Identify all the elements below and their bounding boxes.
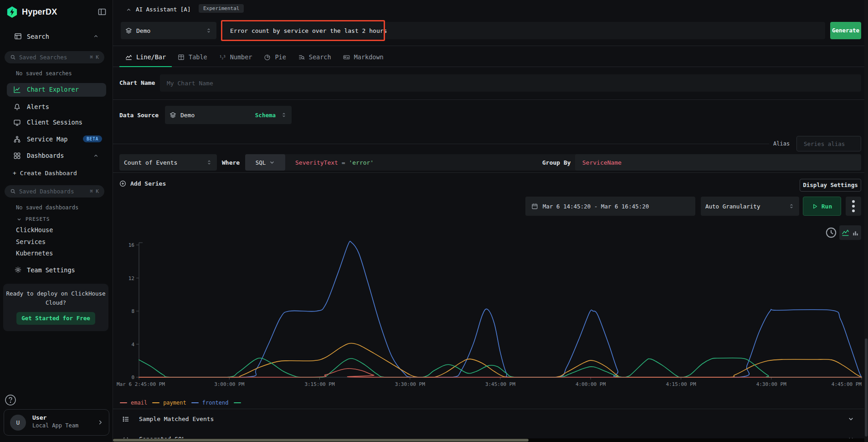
tab-line-bar[interactable]: Line/Bar (119, 47, 172, 67)
user-menu[interactable]: U User Local App Team (4, 409, 109, 436)
svg-text:16: 16 (128, 242, 134, 248)
help-icon[interactable] (5, 394, 16, 406)
vertical-scrollbar[interactable] (864, 0, 868, 442)
ai-assistant-title: AI Assistant [A] (136, 6, 190, 13)
shortcut-hint: ⌘ K (90, 54, 99, 60)
no-saved-searches-note: No saved searches (16, 70, 72, 77)
clickhouse-cloud-promo: Ready to deploy on ClickHouseCloud? Get … (3, 284, 108, 331)
alias-input[interactable]: Series alias (796, 136, 861, 151)
bar-chart-icon[interactable] (852, 229, 859, 236)
sidebar-item-client-sessions[interactable]: Client Sessions (7, 116, 106, 130)
vertical-scrollbar-thumb[interactable] (865, 338, 868, 437)
display-settings-button[interactable]: Display Settings (800, 179, 861, 192)
horizontal-scrollbar-thumb[interactable] (113, 439, 529, 442)
calendar-icon (531, 203, 538, 210)
sidebar: HyperDX Search Saved Searches (0, 0, 113, 442)
sidebar-item-team-settings[interactable]: Team Settings (0, 265, 113, 276)
hyperdx-logo-icon (6, 6, 18, 18)
hyperdx-app: HyperDX Search Saved Searches (0, 0, 868, 442)
add-series-button[interactable]: Add Series (119, 178, 166, 189)
chevron-up-icon (93, 33, 99, 39)
run-button[interactable]: Run (803, 197, 841, 216)
chart-legend: emailpaymentfrontend (120, 400, 245, 406)
tab-label: Markdown (354, 53, 384, 61)
aggregation-select[interactable]: Count of Events (119, 154, 217, 171)
preset-link-services[interactable]: Services (16, 238, 46, 245)
shortcut-hint: ⌘ K (90, 188, 99, 194)
chart-type-tabs: Line/BarTable123NumberPieSearchMarkdown (113, 47, 868, 67)
more-options-icon[interactable] (846, 197, 861, 216)
saved-searches-input[interactable]: Saved Searches ⌘ K (5, 51, 104, 63)
legend-swatch (191, 402, 199, 404)
saved-dashboards-input[interactable]: Saved Dashboards ⌘ K (5, 185, 104, 198)
collapse-ai-assistant-icon[interactable] (126, 7, 132, 13)
layers-icon (169, 112, 176, 119)
data-source-select[interactable]: Demo Schema (165, 106, 292, 124)
row-sample-matched-events[interactable]: Sample Matched Events (113, 411, 868, 427)
horizontal-scrollbar[interactable] (113, 438, 868, 442)
saved-searches-placeholder: Saved Searches (19, 54, 87, 61)
svg-text:3:00:00 PM: 3:00:00 PM (214, 381, 245, 387)
sidebar-item-alerts[interactable]: Alerts (7, 100, 106, 114)
brand-name: HyperDX (22, 7, 57, 17)
tab-label: Number (230, 53, 252, 61)
legend-item[interactable] (234, 402, 245, 404)
query-language-value: SQL (256, 159, 266, 166)
ai-source-select[interactable]: Demo (121, 22, 216, 39)
service-map-icon (13, 135, 21, 143)
pie-icon (264, 54, 271, 61)
sidebar-item-label: Dashboards (27, 152, 64, 159)
saved-dashboards-placeholder: Saved Dashboards (19, 188, 87, 195)
bell-icon (13, 103, 21, 111)
tab-search[interactable]: Search (292, 47, 337, 67)
time-range-picker[interactable]: Mar 6 14:45:20 - Mar 6 16:45:20 (525, 197, 695, 216)
line-chart-icon[interactable] (842, 229, 849, 237)
legend-item-email[interactable]: email (120, 400, 147, 406)
tab-markdown[interactable]: Markdown (337, 47, 390, 67)
legend-item-frontend[interactable]: frontend (191, 400, 229, 406)
timeseries-chart[interactable]: 0481216Mar 6 2:45:00 PM3:00:00 PM3:15:00… (113, 237, 868, 397)
sidebar-item-service-map[interactable]: Service MapBETA (7, 133, 106, 146)
schema-link[interactable]: Schema (255, 112, 276, 119)
presets-header[interactable]: PRESETS (16, 216, 50, 222)
play-icon (812, 203, 818, 209)
svg-text:4:30:00 PM: 4:30:00 PM (756, 381, 787, 387)
sidebar-section-search[interactable]: Search (0, 31, 113, 43)
query-language-select[interactable]: SQL (245, 154, 285, 171)
sidebar-item-chart-explorer[interactable]: Chart Explorer (7, 83, 106, 97)
ai-prompt-input[interactable]: Error count by service over the last 2 h… (223, 22, 825, 39)
svg-text:3:45:00 PM: 3:45:00 PM (485, 381, 516, 387)
tab-number[interactable]: 123Number (213, 47, 258, 67)
experimental-badge: Experimental (199, 4, 244, 13)
svg-text:4:45:00 PM: 4:45:00 PM (832, 381, 862, 387)
get-started-button[interactable]: Get Started for Free (16, 312, 95, 325)
chart-name-placeholder: My Chart Name (167, 80, 213, 87)
tab-table[interactable]: Table (172, 47, 213, 67)
sidebar-item-dashboards[interactable]: Dashboards (7, 149, 106, 163)
data-source-value: Demo (180, 112, 251, 119)
legend-swatch (234, 402, 241, 404)
svg-text:0: 0 (131, 374, 134, 380)
alias-label: Alias (773, 140, 790, 147)
generate-button[interactable]: Generate (830, 22, 861, 39)
caret-sort-icon (206, 159, 212, 166)
group-by-input[interactable]: ServiceName (575, 154, 861, 171)
chart-name-input[interactable]: My Chart Name (160, 74, 861, 92)
tab-label: Line/Bar (136, 53, 166, 61)
collapse-sidebar-icon[interactable] (98, 7, 107, 16)
sidebar-item-label: Alerts (27, 103, 49, 110)
chart-explorer-icon (13, 86, 21, 94)
preset-link-kubernetes[interactable]: Kubernetes (16, 250, 53, 257)
create-dashboard-button[interactable]: + Create Dashboard (13, 170, 77, 177)
brand-row: HyperDX (0, 5, 113, 19)
gear-icon (14, 266, 22, 274)
legend-label: frontend (202, 400, 229, 406)
add-series-label: Add Series (130, 180, 166, 187)
granularity-select[interactable]: Auto Granularity (701, 197, 799, 216)
group-by-label: Group By (542, 159, 571, 166)
preset-link-clickhouse[interactable]: ClickHouse (16, 226, 53, 234)
legend-item-payment[interactable]: payment (152, 400, 186, 406)
search-icon (10, 54, 16, 60)
tab-pie[interactable]: Pie (258, 47, 292, 67)
aggregation-value: Count of Events (124, 159, 202, 166)
